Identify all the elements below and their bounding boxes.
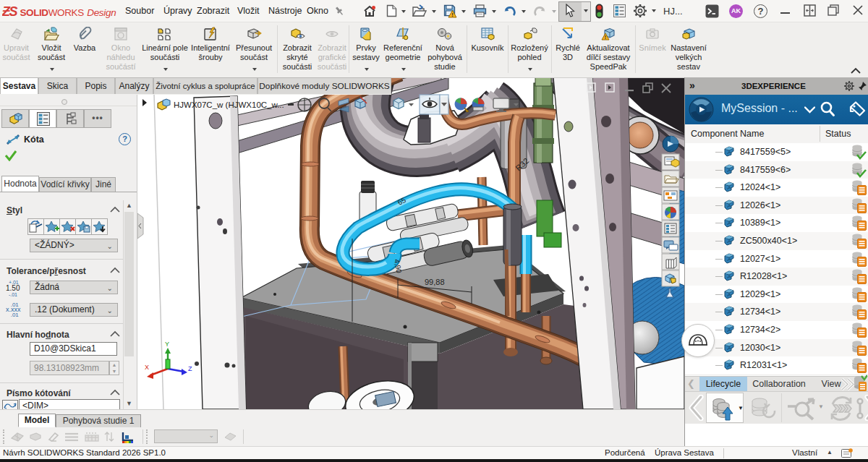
svg-text:Y: Y [165,341,169,348]
svg-text:!: ! [605,35,606,40]
svg-text:99,88: 99,88 [425,278,445,286]
svg-text:Z: Z [188,365,192,372]
svg-text:HJWX07C_w (HJWX10C_w...: HJWX07C_w (HJWX10C_w... [174,100,284,109]
svg-text:X: X [145,364,149,371]
svg-text:!: ! [451,12,454,18]
